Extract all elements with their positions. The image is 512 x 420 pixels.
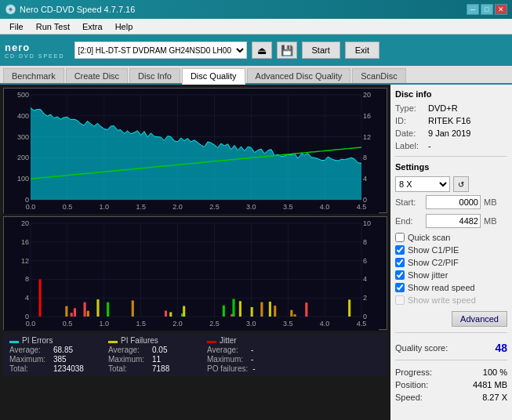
tab-disc-info[interactable]: Disc Info [129,68,180,83]
save-icon-btn[interactable]: 💾 [277,42,297,59]
show-c2-pif-checkbox[interactable] [395,258,405,267]
disc-id-row: ID: RITEK F16 [395,116,507,125]
tab-scan-disc[interactable]: ScanDisc [352,68,405,83]
start-input[interactable]: 0000 [426,195,481,209]
pi-failures-color [108,341,118,343]
show-read-speed-row: Show read speed [395,283,507,292]
show-jitter-row: Show jitter [395,270,507,280]
drive-select[interactable]: [2:0] HL-DT-ST DVDRAM GH24NSD0 LH00 [74,42,247,59]
divider-3 [395,360,507,360]
chart-pi-failures [3,216,387,330]
pi-errors-title: PI Errors [22,336,53,345]
speed-row: Speed: 8.27 X [395,393,507,402]
speed-value: 8.27 X [482,393,507,402]
legend-pi-failures: PI Failures Average: 0.05 Maximum: 11 To… [108,336,191,373]
disc-info-title: Disc info [395,89,507,99]
exit-button[interactable]: Exit [345,42,379,59]
settings-speed-row: 8 X 2 X 4 X Max ↺ [395,176,507,192]
minimize-button[interactable]: ─ [467,4,479,15]
show-write-speed-row: Show write speed [395,295,507,305]
end-row: End: 4482 MB [395,214,507,228]
pi-failures-avg-value: 0.05 [152,346,191,354]
show-jitter-checkbox[interactable] [395,270,405,280]
disc-date-value: 9 Jan 2019 [428,129,470,138]
eject-icon-btn[interactable]: ⏏ [252,42,272,59]
progress-label: Progress: [395,368,432,377]
pi-failures-avg-label: Average: [108,346,147,354]
jitter-max-value: - [251,355,290,364]
disc-date-row: Date: 9 Jan 2019 [395,129,507,138]
tab-bar: Benchmark Create Disc Disc Info Disc Qua… [0,66,512,85]
title-bar: 💿 Nero CD-DVD Speed 4.7.7.16 ─ □ ✕ [0,0,512,19]
tab-benchmark[interactable]: Benchmark [3,68,64,83]
pi-failures-max-value: 11 [152,355,191,364]
chart-area: PI Errors Average: 68.85 Maximum: 385 To… [0,85,390,420]
pi-errors-max-label: Maximum: [9,355,49,364]
progress-row: Progress: 100 % [395,368,507,377]
settings-refresh-btn[interactable]: ↺ [453,176,469,192]
menu-help[interactable]: Help [109,20,140,33]
legend-jitter: Jitter Average: - Maximum: - PO failures… [207,336,292,373]
show-jitter-label: Show jitter [408,270,448,280]
main-content: PI Errors Average: 68.85 Maximum: 385 To… [0,85,512,420]
legend-pi-errors: PI Errors Average: 68.85 Maximum: 385 To… [9,336,93,373]
disc-type-row: Type: DVD+R [395,103,507,113]
menu-file[interactable]: File [3,20,30,33]
show-write-speed-label: Show write speed [408,295,476,305]
menu-extra[interactable]: Extra [76,20,109,33]
quick-scan-label: Quick scan [408,233,450,242]
quality-score-value: 48 [495,342,507,354]
divider-1 [395,156,507,157]
end-unit: MB [484,216,497,226]
pi-errors-total-value: 1234038 [53,364,93,373]
disc-type-value: DVD+R [428,103,458,113]
start-unit: MB [484,197,497,207]
disc-id-label: ID: [395,116,425,125]
show-c1-pie-checkbox[interactable] [395,245,405,255]
position-value: 4481 MB [473,380,507,389]
advanced-button[interactable]: Advanced [452,311,507,327]
speed-label: Speed: [395,393,423,402]
show-read-speed-label: Show read speed [408,283,475,292]
show-write-speed-checkbox [395,295,405,305]
tab-disc-quality[interactable]: Disc Quality [182,68,245,85]
end-label: End: [395,216,423,226]
menu-bar: File Run Test Extra Help [0,19,512,34]
disc-label-row: Label: - [395,141,507,150]
menu-run-test[interactable]: Run Test [30,20,76,33]
show-c1-pie-label: Show C1/PIE [408,245,459,255]
tab-advanced-disc-quality[interactable]: Advanced Disc Quality [247,68,351,83]
quick-scan-row: Quick scan [395,233,507,242]
show-c2-pif-label: Show C2/PIF [408,258,459,267]
quick-scan-checkbox[interactable] [395,233,405,242]
position-row: Position: 4481 MB [395,380,507,389]
tab-create-disc[interactable]: Create Disc [66,68,128,83]
start-button[interactable]: Start [302,42,340,59]
show-c2-pif-row: Show C2/PIF [395,258,507,267]
disc-type-label: Type: [395,103,425,113]
jitter-color [207,341,216,343]
pi-failures-max-label: Maximum: [108,355,147,364]
pi-errors-max-value: 385 [53,355,93,364]
legend: PI Errors Average: 68.85 Maximum: 385 To… [3,333,387,376]
jitter-avg-label: Average: [207,346,246,354]
nero-logo: nero CD·DVD SPEED [5,42,65,59]
maximize-button[interactable]: □ [481,4,493,15]
close-button[interactable]: ✕ [495,4,507,15]
pi-errors-avg-label: Average: [9,346,49,354]
show-read-speed-checkbox[interactable] [395,283,405,292]
progress-value: 100 % [483,368,507,377]
quality-score-row: Quality score: 48 [395,342,507,354]
jitter-max-label: Maximum: [207,355,246,364]
position-label: Position: [395,380,428,389]
right-panel: Disc info Type: DVD+R ID: RITEK F16 Date… [390,85,512,420]
toolbar: nero CD·DVD SPEED [2:0] HL-DT-ST DVDRAM … [0,34,512,66]
end-input[interactable]: 4482 [426,214,481,228]
divider-2 [395,332,507,333]
pi-errors-total-label: Total: [9,364,49,373]
start-label: Start: [395,197,423,207]
speed-select[interactable]: 8 X 2 X 4 X Max [395,176,450,192]
settings-title: Settings [395,162,507,172]
po-failures-value: - [252,364,292,373]
disc-date-label: Date: [395,129,425,138]
